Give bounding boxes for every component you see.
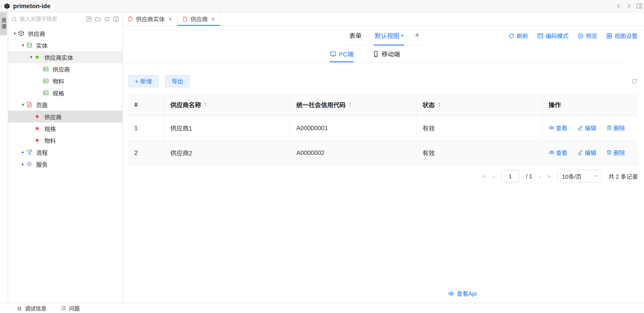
workbench: 资源 ▾ 供应商 ▾ bbox=[0, 12, 644, 303]
prev-page-button[interactable]: ‹ bbox=[493, 173, 495, 179]
tree-item-entity-supplier[interactable]: 供应商 bbox=[8, 63, 122, 75]
app-logo-icon bbox=[4, 3, 10, 9]
monitor-icon bbox=[330, 51, 336, 57]
nav-back-button[interactable] bbox=[616, 3, 622, 9]
locate-file-button[interactable] bbox=[86, 16, 92, 22]
sort-control[interactable]: ▲▼ bbox=[348, 102, 352, 107]
device-tab-pc[interactable]: PC端 bbox=[330, 45, 354, 62]
row-action-delete[interactable]: 删除 bbox=[606, 124, 625, 132]
tree-item-pages[interactable]: ▾ 页面 bbox=[8, 99, 122, 111]
row-action-edit[interactable]: 编辑 bbox=[578, 148, 596, 156]
page-size-value: 10条/页 bbox=[562, 172, 582, 180]
cell-code: A0000002 bbox=[290, 140, 416, 165]
add-view-button[interactable]: + bbox=[410, 26, 424, 45]
add-record-button[interactable]: + 新增 bbox=[128, 75, 158, 87]
next-page-button[interactable]: › bbox=[539, 173, 541, 179]
device-tab-mobile[interactable]: 移动端 bbox=[372, 45, 400, 62]
row-action-view[interactable]: 查看 bbox=[548, 148, 568, 156]
column-header-code[interactable]: 统一社会信用代码 ▲▼ bbox=[290, 94, 416, 116]
page-dot-icon bbox=[34, 139, 42, 142]
total-records-label: 共 2 条记录 bbox=[608, 172, 638, 180]
edit-icon bbox=[578, 150, 583, 155]
caret-right-icon[interactable]: ▸ bbox=[20, 150, 26, 155]
tree-item-page-material[interactable]: 物料 bbox=[8, 134, 122, 146]
row-action-view[interactable]: 查看 bbox=[548, 124, 568, 132]
close-icon[interactable]: × bbox=[168, 16, 172, 22]
column-header-name[interactable]: 供应商名称 ▲▼ bbox=[164, 94, 290, 116]
tree-item-page-supplier[interactable]: 供应商 bbox=[8, 111, 122, 123]
tree-item-label: 物料 bbox=[44, 136, 56, 145]
close-icon[interactable]: × bbox=[211, 16, 215, 22]
tree-item-flows[interactable]: ▸ 流程 bbox=[8, 146, 122, 158]
editor-tab-label: 供应商 bbox=[190, 15, 208, 23]
collapse-panels-button[interactable] bbox=[113, 16, 119, 22]
tree-item-label: 供应商 bbox=[28, 29, 45, 37]
tree-item-services[interactable]: ▸ 服务 bbox=[8, 158, 122, 170]
search-input[interactable] bbox=[20, 16, 84, 22]
export-button[interactable]: 导出 bbox=[165, 75, 190, 87]
tab-default-view-label: 默认视图 bbox=[375, 31, 399, 40]
refresh-button[interactable]: 刷新 bbox=[508, 31, 528, 40]
row-action-edit[interactable]: 编辑 bbox=[578, 124, 596, 132]
data-table: # 供应商名称 ▲▼ 统一社会信用代码 ▲▼ bbox=[128, 94, 638, 165]
package-icon bbox=[18, 30, 26, 36]
page-input[interactable] bbox=[501, 170, 520, 182]
table-row: 1 供应商1 A00000001 有效 查看 编辑 删除 bbox=[128, 116, 638, 140]
caret-right-icon[interactable]: ▸ bbox=[20, 161, 26, 167]
folder-button[interactable] bbox=[95, 16, 101, 22]
tab-form[interactable]: 表单 bbox=[343, 26, 368, 45]
caret-down-icon[interactable]: ▾ bbox=[20, 43, 26, 48]
view-api-link[interactable]: 查看Api bbox=[448, 289, 476, 297]
cell-index: 2 bbox=[128, 140, 164, 165]
layout-toggle-button[interactable] bbox=[636, 3, 642, 9]
cell-status: 有效 bbox=[416, 140, 542, 165]
tree-item-page-spec[interactable]: 规格 bbox=[8, 123, 122, 134]
nav-forward-button[interactable] bbox=[626, 3, 632, 9]
activity-bar: 资源 bbox=[0, 12, 8, 303]
activity-tab-resources[interactable]: 资源 bbox=[0, 12, 7, 35]
gear-icon bbox=[26, 161, 34, 167]
caret-down-icon[interactable]: ▾ bbox=[28, 54, 34, 60]
problems-button[interactable]: 问题 bbox=[60, 304, 80, 312]
code-mode-button[interactable]: 编码模式 bbox=[537, 31, 568, 40]
column-header-index: # bbox=[128, 94, 164, 116]
cell-actions: 查看 编辑 删除 bbox=[542, 140, 638, 165]
page-content: + 新增 导出 # bbox=[123, 63, 644, 303]
tab-default-view[interactable]: 默认视图 ▾ bbox=[368, 26, 410, 45]
refresh-tree-button[interactable] bbox=[104, 16, 110, 22]
tree-item-label: 供应商实体 bbox=[44, 53, 73, 61]
toolbar-actions: 刷新 编码模式 预览 视图设置 bbox=[508, 26, 638, 46]
caret-down-icon[interactable]: ▾ bbox=[12, 31, 18, 36]
database-icon bbox=[26, 42, 34, 48]
table-header-row: # 供应商名称 ▲▼ 统一社会信用代码 ▲▼ bbox=[128, 94, 638, 116]
sort-control[interactable]: ▲▼ bbox=[204, 102, 207, 107]
folder-icon bbox=[95, 16, 101, 22]
tree-item-entity-material[interactable]: 物料 bbox=[8, 75, 122, 87]
preview-button[interactable]: 预览 bbox=[578, 31, 597, 40]
caret-down-icon[interactable]: ▾ bbox=[20, 102, 26, 107]
last-page-button[interactable]: » bbox=[548, 173, 551, 179]
page-dot-icon bbox=[34, 127, 42, 130]
debug-info-button[interactable]: 调试信息 bbox=[16, 304, 46, 312]
tree-item-supplier-root[interactable]: ▾ 供应商 bbox=[8, 27, 122, 39]
column-header-actions: 操作 bbox=[542, 94, 638, 116]
editor-tab-supplier[interactable]: 供应商 × bbox=[177, 12, 220, 25]
chevron-left-icon bbox=[616, 3, 622, 9]
column-header-status[interactable]: 状态 ▲▼ bbox=[416, 94, 542, 116]
view-tabs: 表单 默认视图 ▾ + bbox=[341, 26, 426, 46]
sort-down-icon: ▼ bbox=[348, 105, 352, 107]
plus-icon: + bbox=[135, 78, 138, 84]
search-icon bbox=[12, 16, 17, 22]
tree-item-label: 规格 bbox=[52, 89, 64, 97]
editor-tab-supplier-entity[interactable]: 供应商实体 × bbox=[123, 12, 177, 25]
tree-item-entity-spec[interactable]: 规格 bbox=[8, 87, 122, 99]
page-size-select[interactable]: 10条/页 ▾ bbox=[558, 170, 602, 182]
sort-control[interactable]: ▲▼ bbox=[438, 102, 441, 107]
page-total-label: / 1 bbox=[526, 173, 532, 179]
view-settings-button[interactable]: 视图设置 bbox=[606, 31, 638, 40]
table-refresh-button[interactable] bbox=[631, 78, 638, 85]
first-page-button[interactable]: « bbox=[483, 173, 486, 179]
phone-icon bbox=[372, 51, 379, 57]
grid-settings-icon bbox=[606, 33, 612, 39]
row-action-delete[interactable]: 删除 bbox=[606, 148, 625, 156]
